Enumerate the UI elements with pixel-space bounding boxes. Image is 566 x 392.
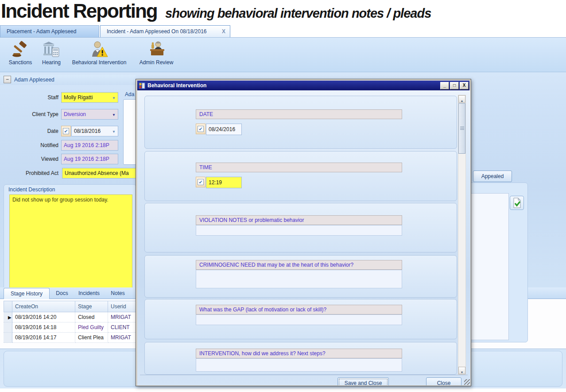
gavel-icon	[12, 41, 29, 58]
hearing-button[interactable]: Hearing	[38, 40, 65, 71]
cell-createon[interactable]: 08/19/2016 14:18	[12, 322, 75, 333]
person-warning-icon	[90, 41, 108, 58]
date-value: 08/18/2016	[74, 128, 101, 134]
appealed-button[interactable]: Appealed	[473, 171, 512, 182]
behavioral-intervention-button[interactable]: Behavioral Intervention	[66, 40, 133, 71]
scroll-down-icon[interactable]: ▼	[458, 367, 465, 374]
maximize-button[interactable]: □	[450, 82, 459, 89]
cell-userid[interactable]: CLIENT	[108, 322, 136, 333]
admin-review-button[interactable]: Admin Review	[135, 40, 178, 71]
cell-stage[interactable]: Pled Guilty	[75, 322, 108, 333]
cell-userid[interactable]: MRIGAT	[108, 312, 136, 322]
sanctions-button[interactable]: Sanctions	[4, 40, 37, 71]
collapse-button[interactable]: −	[4, 76, 11, 83]
dialog-footer: Save and Close Close	[137, 375, 470, 385]
dialog-time-combo[interactable]: ✔ 12:19 ▼	[196, 177, 242, 188]
checkbox-check-icon: ✔	[198, 126, 204, 132]
dialog-date-combo[interactable]: ✔ 08/24/2016 ▼	[196, 124, 242, 135]
dialog-date-value[interactable]: 08/24/2016	[206, 124, 242, 135]
row-selector-header	[4, 301, 12, 312]
scroll-up-icon[interactable]: ▲	[458, 95, 465, 103]
chevron-down-icon[interactable]: ▼	[110, 93, 118, 102]
gap-section: What was the GAP (lack of motivation or …	[144, 299, 457, 339]
dialog-body: DATE ✔ 08/24/2016 ▼ TIME ✔ 12:19 ▼ VIOLA…	[137, 90, 470, 385]
prohibited-act-label: Prohibited Act	[0, 168, 58, 179]
criminogenic-need-input[interactable]	[196, 270, 402, 288]
courthouse-icon	[43, 41, 60, 58]
dialog-titlebar[interactable]: Behavioral Intervention _ □ X	[137, 81, 469, 90]
footer-divider	[140, 375, 468, 375]
tab-incidents[interactable]: Incidents	[74, 288, 104, 299]
page-heading: Incident Reporting showing behavioral in…	[1, 0, 566, 24]
cell-userid[interactable]: MRIGAT	[108, 333, 136, 343]
violation-notes-input[interactable]	[196, 225, 402, 236]
tab-incident[interactable]: Incident - Adam Appleseed On 08/18/2016 …	[100, 25, 230, 37]
date-label: Date	[0, 126, 58, 136]
staff-combo[interactable]: Molly Rigatti ▼	[61, 92, 118, 103]
viewed-value: Aug 19 2016 2:18P	[64, 156, 109, 162]
col-stage[interactable]: Stage	[75, 301, 108, 312]
current-row-marker: ▶	[4, 312, 12, 322]
minimize-button[interactable]: _	[440, 82, 449, 89]
dialog-scrollbar[interactable]: ▲ ▼	[458, 95, 466, 375]
dialog-app-icon	[139, 82, 145, 89]
tab-placement[interactable]: Placement - Adam Appleseed	[0, 25, 99, 37]
close-window-button[interactable]: X	[460, 82, 469, 89]
behavioral-intervention-dialog: Behavioral Intervention _ □ X DATE ✔ 08/…	[136, 79, 471, 386]
staff-label: Staff	[0, 92, 58, 103]
tab-notes[interactable]: Notes	[107, 288, 128, 299]
scrollbar-thumb[interactable]	[458, 103, 465, 154]
close-button[interactable]: Close	[426, 377, 461, 385]
incident-description-textarea[interactable]: Did not show up for group session today.	[9, 194, 132, 288]
tab-docs[interactable]: Docs	[52, 288, 72, 299]
criminogenic-need-section: CRIMINOGENIC NEED that may be at the hea…	[144, 255, 457, 298]
chevron-down-icon[interactable]: ▼	[110, 126, 118, 136]
date-checkbox[interactable]: ✔	[61, 126, 71, 136]
time-section-header: TIME	[196, 163, 402, 172]
tab-close-icon[interactable]: X	[222, 26, 225, 38]
chevron-down-icon[interactable]: ▼	[110, 109, 118, 119]
col-createon[interactable]: CreateOn	[12, 301, 75, 312]
prohibited-act-field[interactable]: Unauthorized Absence (Ma	[62, 168, 136, 179]
prohibited-act-value: Unauthorized Absence (Ma	[65, 170, 129, 176]
document-tab-bar: Placement - Adam Appleseed Incident - Ad…	[0, 25, 566, 37]
gap-input[interactable]	[196, 314, 402, 325]
date-section: DATE ✔ 08/24/2016 ▼	[144, 96, 457, 149]
cell-stage[interactable]: Closed	[75, 312, 108, 322]
cell-createon[interactable]: 08/19/2016 14:20	[12, 312, 75, 322]
page-subtitle: showing behavioral intervention notes / …	[165, 6, 431, 21]
gap-header: What was the GAP (lack of motivation or …	[196, 305, 402, 314]
document-check-icon	[510, 196, 523, 210]
screen: Incident Reporting showing behavioral in…	[0, 0, 566, 392]
date-section-header: DATE	[196, 109, 402, 119]
time-checkbox[interactable]: ✔	[196, 177, 205, 187]
notified-value: Aug 19 2016 2:18P	[64, 142, 109, 148]
save-and-close-button[interactable]: Save and Close	[337, 377, 389, 385]
staff-value: Molly Rigatti	[64, 94, 93, 101]
row-selector	[4, 333, 12, 343]
right-notes-textarea[interactable]	[469, 193, 509, 340]
cell-createon[interactable]: 08/19/2016 14:17	[12, 333, 75, 343]
cell-stage[interactable]: Client Plea	[75, 333, 108, 343]
behavioral-intervention-label: Behavioral Intervention	[66, 59, 133, 66]
viewed-label: Viewed	[0, 154, 58, 164]
verify-note-button[interactable]	[510, 196, 524, 210]
tab-stage-history[interactable]: Stage History	[4, 288, 50, 299]
intervention-input[interactable]	[196, 358, 402, 372]
thumb-grip-icon	[460, 127, 464, 130]
resize-grip[interactable]	[464, 379, 470, 385]
criminogenic-need-header: CRIMINOGENIC NEED that may be at the hea…	[196, 260, 402, 270]
date-combo[interactable]: 08/18/2016 ▼	[71, 126, 118, 136]
tab-incident-label: Incident - Adam Appleseed On 08/18/2016	[107, 28, 207, 35]
judge-desk-icon	[147, 41, 165, 58]
admin-review-label: Admin Review	[135, 59, 178, 66]
col-userid[interactable]: Userid	[108, 301, 136, 312]
dialog-time-value[interactable]: 12:19	[206, 177, 242, 188]
intervention-header: INTERVENTION, how did we address it? Nex…	[196, 349, 402, 358]
date-checkbox[interactable]: ✔	[196, 124, 205, 134]
incident-description-panel: Incident Description Did not show up for…	[4, 184, 136, 292]
client-type-combo[interactable]: Diversion ▼	[61, 109, 118, 120]
side-panel-label: Ada	[125, 91, 134, 97]
right-notes-panel	[466, 182, 528, 342]
violation-notes-section: VIOLATION NOTES or problematic behavior	[144, 203, 457, 252]
